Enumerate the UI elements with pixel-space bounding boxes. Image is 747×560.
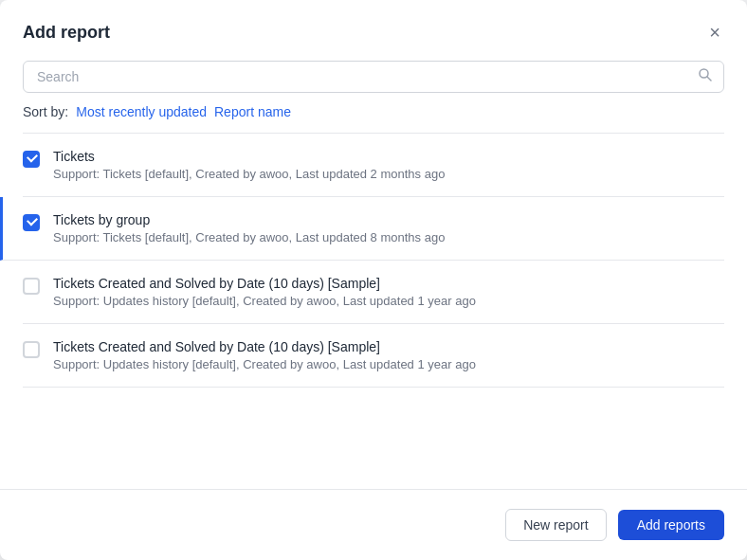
search-input[interactable] <box>23 61 724 93</box>
sort-report-name[interactable]: Report name <box>214 104 291 119</box>
report-checkbox[interactable] <box>23 151 40 168</box>
search-icon <box>698 67 713 86</box>
search-container <box>23 61 724 93</box>
modal-body: Sort by: Most recently updated Report na… <box>0 61 747 481</box>
modal-header: Add report × <box>0 0 747 61</box>
checkbox-wrap <box>23 151 40 172</box>
sort-bar: Sort by: Most recently updated Report na… <box>23 104 724 119</box>
close-button[interactable]: × <box>705 19 724 45</box>
checkbox-wrap <box>23 341 40 362</box>
report-name: Tickets Created and Solved by Date (10 d… <box>53 339 724 354</box>
sort-recently-updated[interactable]: Most recently updated <box>76 104 207 119</box>
modal-dialog: Add report × Sort by: Most recently upda… <box>0 0 747 560</box>
add-reports-button[interactable]: Add reports <box>618 510 724 540</box>
report-info: Tickets by groupSupport: Tickets [defaul… <box>53 212 724 244</box>
report-name: Tickets by group <box>53 212 724 227</box>
report-item: Tickets Created and Solved by Date (10 d… <box>23 261 724 324</box>
report-meta: Support: Updates history [default], Crea… <box>53 357 724 371</box>
report-item: Tickets by groupSupport: Tickets [defaul… <box>0 197 724 261</box>
report-item: TicketsSupport: Tickets [default], Creat… <box>23 134 724 197</box>
report-info: Tickets Created and Solved by Date (10 d… <box>53 339 724 371</box>
new-report-button[interactable]: New report <box>505 509 606 541</box>
sort-label: Sort by: <box>23 104 68 119</box>
report-info: Tickets Created and Solved by Date (10 d… <box>53 276 724 308</box>
report-checkbox[interactable] <box>23 278 40 295</box>
report-list: TicketsSupport: Tickets [default], Creat… <box>23 133 724 388</box>
checkbox-wrap <box>23 214 40 235</box>
report-name: Tickets <box>53 149 724 164</box>
report-meta: Support: Tickets [default], Created by a… <box>53 167 724 181</box>
report-meta: Support: Tickets [default], Created by a… <box>53 230 724 244</box>
report-name: Tickets Created and Solved by Date (10 d… <box>53 276 724 291</box>
report-info: TicketsSupport: Tickets [default], Creat… <box>53 149 724 181</box>
report-checkbox[interactable] <box>23 341 40 358</box>
modal-title: Add report <box>23 23 110 43</box>
modal-footer: New report Add reports <box>0 489 747 560</box>
report-meta: Support: Updates history [default], Crea… <box>53 294 724 308</box>
report-checkbox[interactable] <box>23 214 40 231</box>
checkbox-wrap <box>23 278 40 298</box>
svg-line-1 <box>707 77 711 81</box>
report-item: Tickets Created and Solved by Date (10 d… <box>23 324 724 388</box>
